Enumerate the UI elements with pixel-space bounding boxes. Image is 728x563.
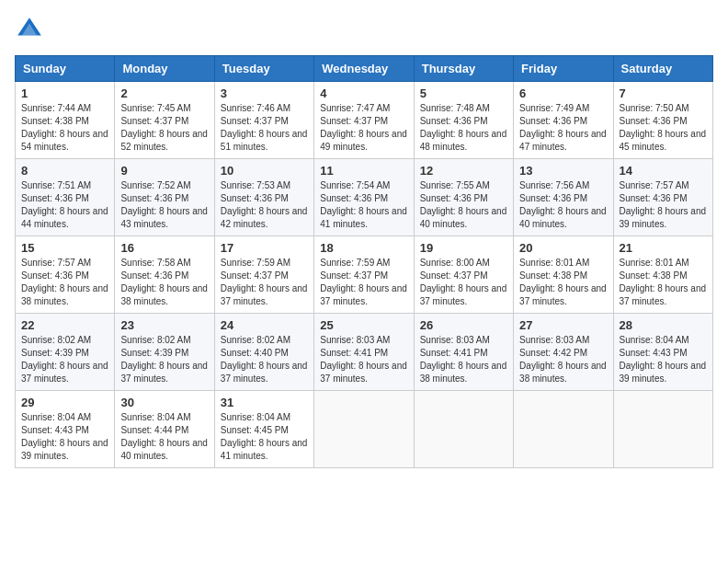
calendar-cell: 7Sunrise: 7:50 AMSunset: 4:36 PMDaylight… — [613, 82, 712, 159]
calendar-cell: 10Sunrise: 7:53 AMSunset: 4:36 PMDayligh… — [214, 159, 313, 236]
calendar-cell: 9Sunrise: 7:52 AMSunset: 4:36 PMDaylight… — [115, 159, 214, 236]
day-number: 22 — [21, 318, 108, 332]
calendar-cell: 22Sunrise: 8:02 AMSunset: 4:39 PMDayligh… — [16, 314, 115, 391]
calendar-cell: 31Sunrise: 8:04 AMSunset: 4:45 PMDayligh… — [214, 391, 313, 468]
day-number: 29 — [21, 396, 108, 409]
day-number: 19 — [420, 241, 507, 255]
calendar-cell: 17Sunrise: 7:59 AMSunset: 4:37 PMDayligh… — [214, 236, 313, 314]
cell-content: Sunrise: 8:04 AMSunset: 4:44 PMDaylight:… — [120, 411, 208, 463]
cell-content: Sunrise: 8:03 AMSunset: 4:42 PMDaylight:… — [519, 334, 607, 385]
calendar-cell: 6Sunrise: 7:49 AMSunset: 4:36 PMDaylight… — [514, 82, 613, 159]
day-number: 21 — [620, 241, 707, 255]
calendar-cell — [314, 391, 414, 468]
day-number: 24 — [221, 318, 308, 332]
column-header-wednesday: Wednesday — [314, 56, 414, 82]
column-header-thursday: Thursday — [414, 56, 513, 82]
day-number: 7 — [620, 86, 707, 100]
day-number: 18 — [320, 241, 407, 255]
calendar-week-row: 15Sunrise: 7:57 AMSunset: 4:36 PMDayligh… — [16, 236, 713, 314]
day-number: 26 — [420, 318, 507, 332]
cell-content: Sunrise: 7:53 AMSunset: 4:36 PMDaylight:… — [221, 179, 308, 231]
cell-content: Sunrise: 8:03 AMSunset: 4:41 PMDaylight:… — [320, 334, 407, 385]
cell-content: Sunrise: 8:02 AMSunset: 4:39 PMDaylight:… — [21, 334, 108, 385]
day-number: 12 — [420, 164, 507, 178]
day-number: 17 — [221, 241, 308, 255]
day-number: 20 — [519, 241, 607, 255]
day-number: 9 — [120, 164, 208, 178]
cell-content: Sunrise: 8:01 AMSunset: 4:38 PMDaylight:… — [519, 257, 607, 308]
day-number: 31 — [221, 396, 308, 409]
calendar-cell: 18Sunrise: 7:59 AMSunset: 4:37 PMDayligh… — [314, 236, 414, 314]
day-number: 13 — [519, 164, 607, 178]
cell-content: Sunrise: 7:54 AMSunset: 4:36 PMDaylight:… — [320, 179, 407, 231]
calendar-cell: 21Sunrise: 8:01 AMSunset: 4:38 PMDayligh… — [613, 236, 712, 314]
cell-content: Sunrise: 7:51 AMSunset: 4:36 PMDaylight:… — [21, 179, 108, 231]
calendar-cell — [613, 391, 712, 468]
calendar-cell: 23Sunrise: 8:02 AMSunset: 4:39 PMDayligh… — [115, 314, 214, 391]
day-number: 2 — [120, 86, 208, 100]
page-header — [15, 15, 713, 44]
cell-content: Sunrise: 8:04 AMSunset: 4:43 PMDaylight:… — [620, 334, 707, 385]
column-header-saturday: Saturday — [613, 56, 712, 82]
day-number: 10 — [221, 164, 308, 178]
column-header-friday: Friday — [514, 56, 613, 82]
calendar-cell: 20Sunrise: 8:01 AMSunset: 4:38 PMDayligh… — [514, 236, 613, 314]
cell-content: Sunrise: 8:03 AMSunset: 4:41 PMDaylight:… — [420, 334, 507, 385]
column-header-sunday: Sunday — [16, 56, 115, 82]
day-number: 4 — [320, 86, 407, 100]
day-number: 30 — [120, 396, 208, 409]
calendar-cell: 5Sunrise: 7:48 AMSunset: 4:36 PMDaylight… — [414, 82, 513, 159]
calendar-cell: 16Sunrise: 7:58 AMSunset: 4:36 PMDayligh… — [115, 236, 214, 314]
calendar-week-row: 1Sunrise: 7:44 AMSunset: 4:38 PMDaylight… — [16, 82, 713, 159]
day-number: 11 — [320, 164, 407, 178]
logo — [15, 15, 48, 44]
calendar-week-row: 22Sunrise: 8:02 AMSunset: 4:39 PMDayligh… — [16, 314, 713, 391]
cell-content: Sunrise: 7:59 AMSunset: 4:37 PMDaylight:… — [320, 257, 407, 308]
cell-content: Sunrise: 7:45 AMSunset: 4:37 PMDaylight:… — [120, 102, 208, 154]
cell-content: Sunrise: 7:56 AMSunset: 4:36 PMDaylight:… — [519, 179, 607, 231]
cell-content: Sunrise: 7:57 AMSunset: 4:36 PMDaylight:… — [21, 257, 108, 308]
calendar-cell: 24Sunrise: 8:02 AMSunset: 4:40 PMDayligh… — [214, 314, 313, 391]
calendar-cell: 19Sunrise: 8:00 AMSunset: 4:37 PMDayligh… — [414, 236, 513, 314]
cell-content: Sunrise: 7:55 AMSunset: 4:36 PMDaylight:… — [420, 179, 507, 231]
calendar-cell — [514, 391, 613, 468]
day-number: 8 — [21, 164, 108, 178]
calendar-cell: 11Sunrise: 7:54 AMSunset: 4:36 PMDayligh… — [314, 159, 414, 236]
column-header-monday: Monday — [115, 56, 214, 82]
calendar-cell: 2Sunrise: 7:45 AMSunset: 4:37 PMDaylight… — [115, 82, 214, 159]
calendar-week-row: 8Sunrise: 7:51 AMSunset: 4:36 PMDaylight… — [16, 159, 713, 236]
cell-content: Sunrise: 7:59 AMSunset: 4:37 PMDaylight:… — [221, 257, 308, 308]
cell-content: Sunrise: 7:57 AMSunset: 4:36 PMDaylight:… — [620, 179, 707, 231]
calendar-header-row: SundayMondayTuesdayWednesdayThursdayFrid… — [16, 56, 713, 82]
calendar-cell: 26Sunrise: 8:03 AMSunset: 4:41 PMDayligh… — [414, 314, 513, 391]
cell-content: Sunrise: 7:50 AMSunset: 4:36 PMDaylight:… — [620, 102, 707, 154]
calendar-cell: 25Sunrise: 8:03 AMSunset: 4:41 PMDayligh… — [314, 314, 414, 391]
column-header-tuesday: Tuesday — [214, 56, 313, 82]
calendar-table: SundayMondayTuesdayWednesdayThursdayFrid… — [15, 55, 713, 468]
calendar-cell: 12Sunrise: 7:55 AMSunset: 4:36 PMDayligh… — [414, 159, 513, 236]
day-number: 25 — [320, 318, 407, 332]
cell-content: Sunrise: 8:02 AMSunset: 4:39 PMDaylight:… — [120, 334, 208, 385]
cell-content: Sunrise: 8:04 AMSunset: 4:43 PMDaylight:… — [21, 411, 108, 463]
cell-content: Sunrise: 7:52 AMSunset: 4:36 PMDaylight:… — [120, 179, 208, 231]
calendar-cell: 13Sunrise: 7:56 AMSunset: 4:36 PMDayligh… — [514, 159, 613, 236]
day-number: 5 — [420, 86, 507, 100]
cell-content: Sunrise: 7:49 AMSunset: 4:36 PMDaylight:… — [519, 102, 607, 154]
calendar-cell: 27Sunrise: 8:03 AMSunset: 4:42 PMDayligh… — [514, 314, 613, 391]
calendar-cell: 1Sunrise: 7:44 AMSunset: 4:38 PMDaylight… — [16, 82, 115, 159]
cell-content: Sunrise: 7:46 AMSunset: 4:37 PMDaylight:… — [221, 102, 308, 154]
calendar-cell: 14Sunrise: 7:57 AMSunset: 4:36 PMDayligh… — [613, 159, 712, 236]
logo-icon — [15, 15, 44, 44]
cell-content: Sunrise: 7:48 AMSunset: 4:36 PMDaylight:… — [420, 102, 507, 154]
cell-content: Sunrise: 8:01 AMSunset: 4:38 PMDaylight:… — [620, 257, 707, 308]
day-number: 6 — [519, 86, 607, 100]
calendar-week-row: 29Sunrise: 8:04 AMSunset: 4:43 PMDayligh… — [16, 391, 713, 468]
cell-content: Sunrise: 7:47 AMSunset: 4:37 PMDaylight:… — [320, 102, 407, 154]
day-number: 1 — [21, 86, 108, 100]
calendar-cell: 29Sunrise: 8:04 AMSunset: 4:43 PMDayligh… — [16, 391, 115, 468]
calendar-cell: 30Sunrise: 8:04 AMSunset: 4:44 PMDayligh… — [115, 391, 214, 468]
calendar-cell: 28Sunrise: 8:04 AMSunset: 4:43 PMDayligh… — [613, 314, 712, 391]
calendar-cell: 8Sunrise: 7:51 AMSunset: 4:36 PMDaylight… — [16, 159, 115, 236]
day-number: 28 — [620, 318, 707, 332]
cell-content: Sunrise: 8:00 AMSunset: 4:37 PMDaylight:… — [420, 257, 507, 308]
